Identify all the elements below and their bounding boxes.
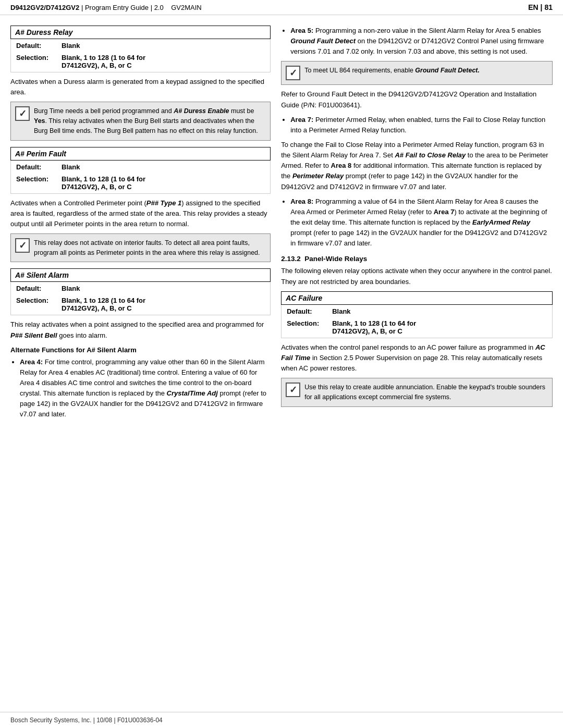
perim-fault-header: A# Perim Fault xyxy=(10,147,271,161)
bullet-area5: Area 5: Programming a non-zero value in … xyxy=(290,26,553,57)
ac-failure-body: Activates when the control panel respond… xyxy=(281,342,553,374)
silent-default-row: Default: Blank xyxy=(12,283,269,294)
perim-default-value: Blank xyxy=(57,162,269,172)
duress-default-value: Blank xyxy=(57,40,269,51)
ac-failure-header: AC Failure xyxy=(281,291,553,305)
panel-wide-heading: 2.13.2 Panel-Wide Relays xyxy=(281,255,553,263)
perim-selection-row: Selection: Blank, 1 to 128 (1 to 64 forD… xyxy=(12,174,269,192)
silent-alarm-table: Default: Blank Selection: Blank, 1 to 12… xyxy=(10,282,271,315)
silent-selection-label: Selection: xyxy=(12,295,56,314)
header-title: Program Entry Guide xyxy=(85,4,149,11)
perim-note-icon: ✓ xyxy=(15,238,30,253)
silent-selection-row: Selection: Blank, 1 to 128 (1 to 64 forD… xyxy=(12,295,269,314)
ac-failure-table: Default: Blank Selection: Blank, 1 to 12… xyxy=(281,305,553,338)
panel-wide-intro: The following eleven relay options activ… xyxy=(281,266,553,287)
section-ac-failure: AC Failure Default: Blank Selection: Bla… xyxy=(281,291,553,407)
duress-relay-header: A# Duress Relay xyxy=(10,26,271,39)
ac-failure-note-icon: ✓ xyxy=(286,382,300,397)
right-bullet-list: Area 5: Programming a non-zero value in … xyxy=(281,26,553,57)
footer-doc: F01U003636-04 xyxy=(117,717,163,724)
silent-body: This relay activates when a point assign… xyxy=(10,319,271,340)
ac-default-value: Blank xyxy=(328,306,551,317)
duress-note-box: ✓ Burg Time needs a bell period programm… xyxy=(10,102,271,140)
duress-relay-table: Default: Blank Selection: Blank, 1 to 12… xyxy=(10,39,271,72)
silent-subsection-heading: Alternate Functions for A# Silent Alarm xyxy=(10,346,271,354)
perim-selection-label: Selection: xyxy=(12,174,56,192)
perim-default-label: Default: xyxy=(12,162,56,172)
ground-fault-note-icon: ✓ xyxy=(286,66,300,80)
page-header: D9412GV2/D7412GV2 | Program Entry Guide … xyxy=(0,0,563,15)
duress-note-text: Burg Time needs a bell period programmed… xyxy=(34,106,266,135)
silent-selection-value: Blank, 1 to 128 (1 to 64 forD7412GV2), A… xyxy=(57,295,269,314)
duress-selection-row: Selection: Blank, 1 to 128 (1 to 64 forB… xyxy=(12,52,269,71)
page-footer: Bosch Security Systems, Inc. | 10/08 | F… xyxy=(0,712,563,728)
ac-selection-value: Blank, 1 to 128 (1 to 64 forD7412GV2), A… xyxy=(328,318,551,337)
main-content: A# Duress Relay Default: Blank Selection… xyxy=(0,15,563,712)
bullet-area7: Area 7: Perimeter Armed Relay, when enab… xyxy=(290,115,553,135)
ac-default-label: Default: xyxy=(283,306,327,317)
ac-selection-label: Selection: xyxy=(283,318,327,337)
section-silent-alarm: A# Silent Alarm Default: Blank Selection… xyxy=(10,268,271,419)
footer-date: 10/08 xyxy=(96,717,112,724)
right-column: Area 5: Programming a non-zero value in … xyxy=(281,26,553,707)
ground-fault-note-text: To meet UL 864 requirements, enable Grou… xyxy=(304,66,480,76)
ac-selection-row: Selection: Blank, 1 to 128 (1 to 64 forD… xyxy=(283,318,551,337)
header-right: EN | 81 xyxy=(528,3,553,11)
page: D9412GV2/D7412GV2 | Program Entry Guide … xyxy=(0,0,563,728)
header-lang: EN xyxy=(528,3,538,11)
header-version: | 2.0 GV2MAIN xyxy=(151,4,202,11)
left-column: A# Duress Relay Default: Blank Selection… xyxy=(10,26,271,707)
perim-note-box: ✓ This relay does not activate on interi… xyxy=(10,233,271,263)
ac-failure-note-box: ✓ Use this relay to create audible annun… xyxy=(281,378,553,407)
header-separator: | xyxy=(81,4,83,11)
section-duress-relay: A# Duress Relay Default: Blank Selection… xyxy=(10,26,271,141)
duress-selection-value: Blank, 1 to 128 (1 to 64 forBlank, 1 to … xyxy=(57,52,269,71)
duress-default-row: Default: Blank xyxy=(12,40,269,51)
section-perim-fault: A# Perim Fault Default: Blank Selection:… xyxy=(10,147,271,263)
footer-company: Bosch Security Systems, Inc. xyxy=(10,717,91,724)
duress-note-icon: ✓ xyxy=(15,106,30,121)
right-bullet-list-2: Area 7: Perimeter Armed Relay, when enab… xyxy=(281,115,553,135)
perim-note-text: This relay does not activate on interior… xyxy=(34,238,266,258)
duress-selection-label: Selection: xyxy=(12,52,56,71)
silent-bullet-list: Area 4: For time control, programming an… xyxy=(10,357,271,420)
silent-default-label: Default: xyxy=(12,283,56,294)
perim-fault-table: Default: Blank Selection: Blank, 1 to 12… xyxy=(10,161,271,194)
ground-fault-ref: Refer to Ground Fault Detect in the D941… xyxy=(281,89,553,110)
silent-alarm-header: A# Silent Alarm xyxy=(10,268,271,282)
perim-body: Activates when a Controlled Perimeter po… xyxy=(10,198,271,229)
bullet-area4: Area 4: For time control, programming an… xyxy=(20,357,271,420)
silent-default-value: Blank xyxy=(57,283,269,294)
header-left: D9412GV2/D7412GV2 | Program Entry Guide … xyxy=(10,4,202,11)
duress-body: Activates when a Duress alarm is generat… xyxy=(10,77,271,97)
perim-default-row: Default: Blank xyxy=(12,162,269,172)
perim-selection-value: Blank, 1 to 128 (1 to 64 forD7412GV2), A… xyxy=(57,174,269,192)
ac-default-row: Default: Blank xyxy=(283,306,551,317)
header-model: D9412GV2/D7412GV2 xyxy=(10,4,79,11)
right-bullet-list-3: Area 8: Programming a value of 64 in the… xyxy=(281,196,553,249)
ground-fault-note-box: ✓ To meet UL 864 requirements, enable Gr… xyxy=(281,61,553,85)
bullet-area8: Area 8: Programming a value of 64 in the… xyxy=(290,196,553,249)
header-page: 81 xyxy=(544,3,553,11)
duress-default-label: Default: xyxy=(12,40,56,51)
ac-failure-note-text: Use this relay to create audible annunci… xyxy=(304,382,548,402)
area7-body: To change the Fail to Close Relay into a… xyxy=(281,140,553,192)
